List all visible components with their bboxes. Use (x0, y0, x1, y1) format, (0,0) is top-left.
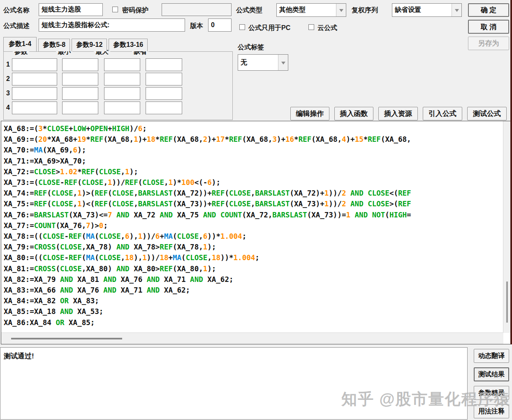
password-protect-label: 密码保护 (122, 6, 148, 15)
param-input-r3-c2[interactable] (62, 87, 98, 100)
save-as-button: 另存为 (468, 37, 509, 50)
vertical-scrollbar-thumb[interactable] (506, 282, 508, 323)
toolbar-button-编辑操作[interactable]: 编辑操作 (290, 107, 329, 120)
formula-tag-select[interactable]: 无 (238, 54, 288, 71)
watermark-text: 知乎 @股市量化程序猿 (341, 389, 511, 410)
param-input-r2-c3[interactable] (104, 73, 140, 85)
param-input-r4-c2[interactable] (62, 102, 98, 114)
cancel-button[interactable]: 取 消 (468, 20, 509, 34)
horizontal-scrollbar-thumb[interactable] (11, 338, 122, 339)
formula-type-value: 其他类型 (277, 4, 336, 16)
code-line[interactable]: XA_81:=CROSS(CLOSE,XA_80) AND XA_80>REF(… (4, 263, 502, 274)
code-line[interactable]: XA_84:=XA_82 OR XA_83; (4, 295, 502, 306)
formula-desc-label: 公式描述 (3, 22, 30, 30)
code-line[interactable]: XA_85:=XA_18 AND XA_53; (4, 306, 502, 317)
formula-name-input[interactable]: 短线主力选股 (39, 3, 103, 16)
code-line[interactable]: XA_82:=XA_79 AND XA_81 AND XA_76 AND XA_… (4, 274, 502, 285)
param-input-r1-c3[interactable] (104, 58, 140, 71)
param-input-r1-c1[interactable] (12, 58, 57, 71)
code-line[interactable]: XA_74:=REF(CLOSE,1)>(REF(CLOSE,BARSLAST(… (4, 188, 502, 198)
code-line[interactable]: XA_73:=(CLOSE-REF(CLOSE,1))/REF(CLOSE,1)… (4, 177, 502, 188)
cloud-formula-checkbox[interactable] (308, 24, 314, 30)
param-row-number: 2 (6, 75, 10, 83)
code-line[interactable]: XA_70:=MA(XA_69,6); (4, 145, 502, 155)
code-line[interactable]: XA_71:=XA_69>XA_70; (4, 156, 502, 166)
formula-desc-input[interactable]: 短线主力选股指标公式: (39, 18, 185, 32)
formula-tag-label: 公式标签 (238, 43, 264, 52)
param-input-r1-c4[interactable] (146, 58, 182, 71)
chevron-down-icon[interactable] (336, 4, 346, 16)
adjust-series-label: 复权序列 (352, 6, 378, 15)
param-row-number: 3 (6, 90, 10, 97)
code-line[interactable]: XA_83:=XA_66 AND XA_76 AND XA_71 AND XA_… (4, 285, 502, 295)
tab-参数5-8[interactable]: 参数5-8 (38, 39, 70, 51)
formula-type-label: 公式类型 (236, 6, 262, 15)
vertical-scrollbar[interactable] (503, 121, 510, 333)
password-protect-checkbox[interactable] (112, 7, 118, 12)
horizontal-scrollbar[interactable] (1, 332, 503, 344)
param-input-r2-c4[interactable] (146, 73, 182, 85)
param-groupbox: 参数最小最大缺省1234 (3, 51, 233, 120)
code-line[interactable]: XA_69:=(20*XA_68+19*REF(XA_68,1)+18*REF(… (4, 134, 502, 145)
param-input-r4-c4[interactable] (146, 102, 182, 114)
toolbar-button-引入公式[interactable]: 引入公式 (423, 107, 462, 120)
param-row-number: 1 (6, 61, 10, 68)
code-line[interactable]: XA_76:=BARSLAST(XA_73)<=7 AND XA_72 AND … (4, 210, 502, 220)
code-line[interactable]: XA_77:=COUNT(XA_76,7)>0; (4, 220, 502, 231)
tab-参数1-4[interactable]: 参数1-4 (3, 37, 37, 51)
code-line[interactable]: XA_72:=CLOSE>1.02*REF(CLOSE,1); (4, 166, 502, 177)
param-input-r3-c3[interactable] (104, 87, 140, 100)
param-input-r1-c2[interactable] (62, 58, 98, 71)
adjust-series-value: 缺省设置 (392, 4, 452, 16)
param-input-r2-c1[interactable] (12, 73, 57, 85)
side-button-测试结果[interactable]: 测试结果 (474, 367, 509, 381)
password-input[interactable] (162, 3, 232, 16)
formula-type-select[interactable]: 其他类型 (276, 3, 346, 17)
code-line[interactable]: XA_79:=CROSS(CLOSE,XA_78) AND XA_78>REF(… (4, 242, 502, 252)
pc-only-checkbox[interactable] (239, 24, 245, 30)
formula-code-editor[interactable]: XA_68:=(3*CLOSE+LOW+OPEN+HIGH)/6;XA_69:=… (1, 121, 511, 344)
tab-参数13-16[interactable]: 参数13-16 (109, 39, 148, 51)
code-line[interactable]: XA_86:XA_84 OR XA_85; (4, 317, 502, 328)
version-label: 版本 (190, 22, 203, 30)
param-input-r2-c2[interactable] (62, 73, 98, 85)
ok-button[interactable]: 确 定 (468, 3, 509, 17)
code-line[interactable]: XA_80:=((CLOSE-REF(MA(CLOSE,18),1))/18+M… (4, 252, 502, 263)
code-line[interactable]: XA_78:=((CLOSE-REF(MA(CLOSE,6),1))/6+MA(… (4, 231, 502, 242)
adjust-series-select[interactable]: 缺省设置 (392, 3, 462, 17)
formula-editor-dialog: 公式名称 短线主力选股 密码保护 公式类型 其他类型 复权序列 缺省设置 确 定… (0, 0, 512, 420)
version-input[interactable]: 0 (208, 18, 232, 32)
param-input-r4-c3[interactable] (104, 102, 140, 114)
param-row-number: 4 (6, 104, 10, 111)
toolbar-button-插入函数[interactable]: 插入函数 (334, 107, 373, 120)
param-input-r4-c1[interactable] (12, 102, 57, 114)
right-edge-strip (510, 0, 512, 344)
side-button-动态翻译[interactable]: 动态翻译 (474, 349, 509, 363)
param-input-r3-c1[interactable] (12, 87, 57, 100)
param-input-r3-c4[interactable] (146, 87, 182, 100)
chevron-down-icon[interactable] (278, 55, 288, 70)
toolbar-button-测试公式[interactable]: 测试公式 (467, 107, 507, 120)
code-line[interactable]: XA_75:=REF(CLOSE,1)<(REF(CLOSE,BARSLAST(… (4, 198, 502, 209)
code-lines[interactable]: XA_68:=(3*CLOSE+LOW+OPEN+HIGH)/6;XA_69:=… (4, 123, 502, 332)
test-result-message: 测试通过! (4, 351, 34, 361)
toolbar-button-插入资源[interactable]: 插入资源 (378, 107, 418, 120)
formula-tag-value: 无 (238, 55, 278, 70)
code-line[interactable]: XA_68:=(3*CLOSE+LOW+OPEN+HIGH)/6; (4, 123, 502, 134)
param-tabs: 参数1-4参数5-8参数9-12参数13-16 (3, 37, 149, 51)
tab-参数9-12[interactable]: 参数9-12 (72, 39, 107, 51)
pc-only-label: 公式只用于PC (248, 24, 290, 32)
cloud-formula-label: 云公式 (317, 24, 337, 32)
chevron-down-icon[interactable] (452, 4, 461, 16)
formula-name-label: 公式名称 (3, 6, 30, 15)
